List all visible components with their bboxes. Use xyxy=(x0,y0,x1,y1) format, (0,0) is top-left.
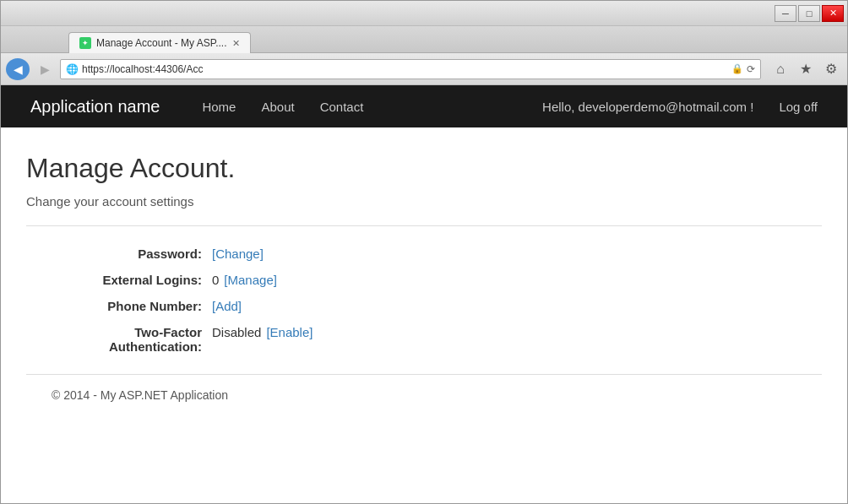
address-url-text: https://localhost:44306/Acc xyxy=(82,63,728,75)
address-bar: ◀ ▶ 🌐 https://localhost:44306/Acc 🔒 ⟳ ⌂ … xyxy=(1,53,847,85)
tab-label: Manage Account - My ASP.... xyxy=(96,37,227,49)
phone-number-row: Phone Number: [Add] xyxy=(77,299,822,313)
footer-text: © 2014 - My ASP.NET Application xyxy=(52,388,228,402)
external-logins-row: External Logins: 0 [Manage] xyxy=(77,273,822,287)
nav-menu: Application name Home About Contact Hell… xyxy=(1,85,847,127)
favorites-icon[interactable]: ★ xyxy=(795,58,817,80)
password-change-link[interactable]: [Change] xyxy=(212,247,264,261)
nav-links: Home About Contact xyxy=(189,87,530,127)
restore-button[interactable]: □ xyxy=(798,5,820,22)
tab-close-button[interactable]: ✕ xyxy=(232,38,240,49)
nav-logoff-link[interactable]: Log off xyxy=(766,87,830,127)
phone-number-label: Phone Number: xyxy=(77,299,212,313)
main-content: Manage Account. Change your account sett… xyxy=(1,127,847,503)
settings-icon[interactable]: ⚙ xyxy=(820,58,842,80)
password-row: Password: [Change] xyxy=(77,247,822,261)
title-bar: ─ □ ✕ xyxy=(1,1,847,26)
title-bar-buttons: ─ □ ✕ xyxy=(775,5,844,22)
external-logins-label: External Logins: xyxy=(77,273,212,287)
nav-link-home[interactable]: Home xyxy=(189,87,248,127)
close-button[interactable]: ✕ xyxy=(822,5,844,22)
two-factor-enable-link[interactable]: [Enable] xyxy=(266,325,313,339)
browser-frame: ─ □ ✕ ✦ Manage Account - My ASP.... ✕ ◀ … xyxy=(0,0,848,504)
two-factor-status: Disabled xyxy=(212,325,261,339)
tab-bar: ✦ Manage Account - My ASP.... ✕ xyxy=(1,26,847,53)
external-logins-count: 0 xyxy=(212,273,219,287)
divider-top xyxy=(26,225,822,226)
two-factor-value: Disabled [Enable] xyxy=(212,325,313,339)
address-input[interactable]: 🌐 https://localhost:44306/Acc 🔒 ⟳ xyxy=(60,59,761,79)
address-refresh-icon[interactable]: ⟳ xyxy=(747,63,755,75)
tab-favicon-icon: ✦ xyxy=(79,37,91,49)
two-factor-row: Two-Factor Authentication: Disabled [Ena… xyxy=(77,325,822,354)
page-title: Manage Account. xyxy=(26,153,822,184)
browser-toolbar-icons: ⌂ ★ ⚙ xyxy=(769,58,842,80)
nav-link-contact[interactable]: Contact xyxy=(307,87,377,127)
password-label: Password: xyxy=(77,247,212,261)
home-icon[interactable]: ⌂ xyxy=(769,58,791,80)
phone-number-value: [Add] xyxy=(212,299,242,313)
nav-link-about[interactable]: About xyxy=(248,87,307,127)
address-lock-icon: 🔒 xyxy=(731,63,743,74)
page-subtitle: Change your account settings xyxy=(26,194,822,209)
footer: © 2014 - My ASP.NET Application xyxy=(26,388,822,402)
back-button[interactable]: ◀ xyxy=(6,58,30,80)
external-logins-value: 0 [Manage] xyxy=(212,273,277,287)
nav-right: Hello, developerdemo@hotmail.com ! Log o… xyxy=(530,87,830,127)
settings-table: Password: [Change] External Logins: 0 [M… xyxy=(77,247,822,354)
divider-bottom xyxy=(26,374,822,375)
two-factor-label-line1: Two-Factor xyxy=(134,325,202,339)
password-value: [Change] xyxy=(212,247,264,261)
browser-tab[interactable]: ✦ Manage Account - My ASP.... ✕ xyxy=(68,32,251,53)
address-page-icon: 🌐 xyxy=(66,63,79,75)
nav-brand[interactable]: Application name xyxy=(18,97,172,117)
forward-button[interactable]: ▶ xyxy=(33,58,57,80)
two-factor-label-line2: Authentication: xyxy=(109,339,202,354)
minimize-button[interactable]: ─ xyxy=(775,5,796,22)
phone-number-add-link[interactable]: [Add] xyxy=(212,299,242,313)
two-factor-label: Two-Factor Authentication: xyxy=(77,325,212,354)
nav-user-greeting: Hello, developerdemo@hotmail.com ! xyxy=(530,87,766,127)
external-logins-manage-link[interactable]: [Manage] xyxy=(224,273,277,287)
